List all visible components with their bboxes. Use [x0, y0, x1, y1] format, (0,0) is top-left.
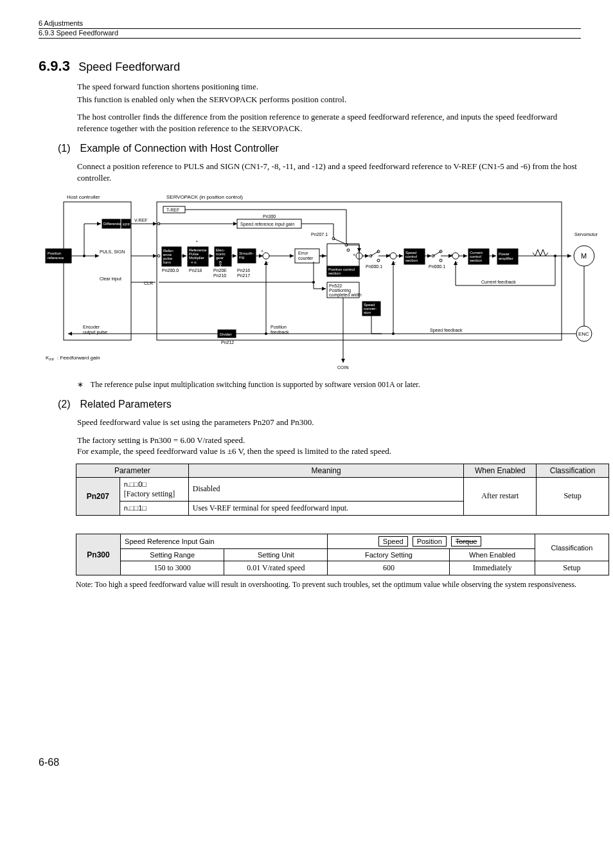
- svg-point-129: [554, 255, 556, 257]
- svg-text:Speed reference input gain: Speed reference input gain: [240, 222, 294, 227]
- svg-text:PULS, SIGN: PULS, SIGN: [100, 249, 125, 254]
- t2-unit: 0.01 V/rated speed: [224, 561, 328, 575]
- section-number: 6.9.3: [39, 58, 70, 74]
- svg-text:M: M: [581, 252, 587, 260]
- svg-text:−: −: [266, 260, 269, 265]
- subsection-2-title: Related Parameters: [80, 399, 171, 410]
- svg-text:Power: Power: [499, 252, 510, 256]
- t2-h-when: When Enabled: [450, 549, 535, 561]
- svg-text:amplifier: amplifier: [499, 257, 513, 260]
- intro-text-3: The host controller finds the difference…: [77, 111, 581, 134]
- t2-class: Setup: [535, 561, 609, 575]
- svg-text:Multiplier: Multiplier: [189, 256, 204, 260]
- table-pn207: Parameter Meaning When Enabled Classific…: [76, 464, 609, 516]
- svg-text:gear: gear: [216, 256, 224, 260]
- t2-h-class: Classification: [535, 534, 609, 561]
- t2-factory: 600: [328, 561, 450, 575]
- svg-text:+: +: [261, 249, 263, 253]
- svg-text:Pn20E: Pn20E: [213, 268, 227, 273]
- t1-r2c2: Uses V-REF terminal for speed feedforwar…: [188, 501, 464, 515]
- sub2-body3: For example, the speed feedforward value…: [77, 446, 581, 457]
- svg-text:Pn000.1: Pn000.1: [366, 264, 382, 269]
- svg-text:Pn300: Pn300: [263, 214, 276, 219]
- table-pn300: Pn300 Speed Reference Input Gain Speed P…: [76, 534, 609, 575]
- svg-text:Pn216: Pn216: [237, 268, 250, 273]
- svg-text:Pn000.1: Pn000.1: [429, 264, 445, 269]
- chapter-label: 6 Adjustments: [39, 19, 581, 27]
- svg-text:Current feedback: Current feedback: [481, 280, 516, 284]
- svg-text:Pn207.1: Pn207.1: [311, 232, 328, 237]
- t1-when: After restart: [464, 477, 537, 515]
- t1-key: Pn207: [76, 477, 120, 515]
- svg-text:Position: Position: [48, 251, 61, 255]
- svg-text:Pn200.0: Pn200.0: [162, 268, 179, 273]
- subsection-1-title: Example of Connection with Host Controll…: [80, 143, 278, 154]
- svg-text:Error: Error: [298, 251, 308, 255]
- svg-text:Encoder: Encoder: [83, 325, 100, 329]
- t2-range: 150 to 3000: [121, 561, 224, 575]
- t2-h-unit: Setting Unit: [224, 549, 328, 561]
- diag-host-controller: Host controller: [67, 194, 100, 200]
- note-label: Note:: [76, 580, 93, 589]
- svg-text:COIN: COIN: [337, 365, 349, 370]
- svg-text:+: +: [388, 253, 391, 257]
- svg-text:reference: reference: [48, 256, 64, 260]
- footnote: ∗ The reference pulse input multiplicati…: [77, 380, 581, 390]
- svg-text:form: form: [163, 260, 171, 264]
- section-breadcrumb: 6.9.3 Speed Feedforward: [39, 29, 581, 37]
- t2-key: Pn300: [76, 534, 121, 575]
- intro-text-2: This function is enabled only when the S…: [77, 94, 581, 105]
- footnote-text: The reference pulse input multiplication…: [91, 380, 420, 389]
- note: Note: Too high a speed feedforward value…: [76, 579, 581, 590]
- svg-text:T-REF: T-REF: [166, 208, 179, 212]
- svg-text:Speed feedback: Speed feedback: [430, 328, 463, 333]
- svg-text:Pn210: Pn210: [213, 273, 226, 278]
- svg-text:*: *: [196, 240, 198, 244]
- svg-text:Pn217: Pn217: [237, 273, 250, 278]
- t2-when: Immediately: [450, 561, 535, 575]
- svg-text:section: section: [328, 271, 341, 275]
- svg-text:KFF: KFF: [123, 222, 130, 226]
- svg-text:FF: FF: [49, 357, 55, 361]
- svg-text:counter: counter: [298, 256, 314, 260]
- svg-text:Differential: Differential: [103, 222, 122, 226]
- note-text: Too high a speed feedforward value will …: [94, 580, 576, 589]
- t1-r2c1: n.□□1□: [120, 501, 188, 515]
- subsection-2-heading: (2) Related Parameters: [58, 399, 581, 410]
- subsection-2-num: (2): [58, 399, 77, 410]
- svg-text:CLR: CLR: [144, 281, 153, 285]
- svg-point-135: [392, 332, 395, 335]
- subsection-1-num: (1): [58, 143, 77, 154]
- block-diagram: text { font-size: 7px; fill:#000; } .lbl…: [42, 190, 581, 375]
- svg-text:Clear input: Clear input: [100, 276, 121, 282]
- t2-title-cell: Speed Reference Input Gain: [121, 534, 328, 548]
- t1-h-meaning: Meaning: [188, 464, 464, 477]
- pill-position: Position: [413, 536, 447, 547]
- pill-torque: Torque: [451, 536, 482, 547]
- svg-text:+: +: [450, 253, 453, 257]
- svg-text:Pn522: Pn522: [329, 284, 342, 288]
- sub2-body1: Speed feedforward value is set using the…: [77, 417, 581, 428]
- t1-r1c2: Disabled: [188, 477, 464, 501]
- svg-text:Pn218: Pn218: [189, 268, 202, 273]
- svg-text:+: +: [353, 253, 355, 257]
- svg-text:completed width: completed width: [329, 293, 362, 298]
- svg-text:section: section: [405, 258, 418, 262]
- svg-text:Position: Position: [271, 325, 287, 329]
- t2-pills: Speed Position Torque: [328, 534, 535, 548]
- svg-text:V-REF: V-REF: [134, 218, 148, 222]
- svg-text:Divider: Divider: [220, 332, 232, 336]
- svg-text:: Feedforward gain: : Feedforward gain: [57, 355, 100, 361]
- page-number: 6-68: [39, 757, 581, 768]
- section-heading: 6.9.3 Speed Feedforward: [39, 58, 581, 75]
- svg-text:Servomotor: Servomotor: [574, 232, 598, 237]
- svg-text:ENC: ENC: [578, 331, 589, 337]
- svg-text:section: section: [470, 258, 482, 262]
- t2-h-range: Setting Range: [121, 549, 224, 561]
- subsection-1-body: Connect a position reference to PULS and…: [77, 161, 581, 183]
- section-title: Speed Feedforward: [78, 60, 180, 73]
- intro-text-1: The speed forward function shortens posi…: [77, 81, 581, 93]
- svg-text:+: +: [358, 248, 360, 252]
- t2-h-factory: Factory Setting: [328, 549, 450, 561]
- svg-text:−: −: [393, 260, 396, 265]
